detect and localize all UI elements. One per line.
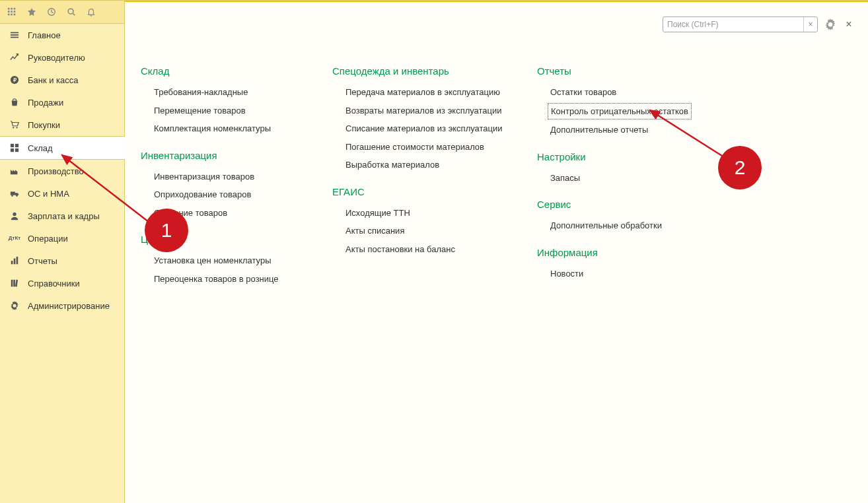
svg-rect-0 — [8, 8, 10, 10]
svg-rect-6 — [8, 14, 10, 16]
column-3: Отчеты Остатки товаров Контроль отрицате… — [537, 60, 702, 300]
sidebar-item-label: Производство — [28, 166, 84, 176]
link-writeoff-acts[interactable]: Акты списания — [332, 222, 511, 240]
section-title-egais[interactable]: ЕГАИС — [332, 186, 511, 197]
section-title-inventory[interactable]: Инвентаризация — [141, 150, 306, 161]
bag-icon — [9, 97, 20, 108]
sidebar-item-label: Склад — [28, 143, 53, 153]
person-icon — [9, 211, 20, 221]
sidebar-item-label: Покупки — [28, 120, 60, 130]
sidebar-item-sales[interactable]: Продажи — [0, 91, 124, 114]
sidebar-item-operations[interactable]: ДтКт Операции — [0, 227, 124, 250]
svg-rect-20 — [11, 149, 14, 152]
link-inventory-goods[interactable]: Инвентаризация товаров — [141, 168, 306, 186]
section-title-info[interactable]: Информация — [537, 247, 702, 258]
sidebar-item-label: Банк и касса — [28, 75, 79, 85]
sidebar-item-label: Администрирование — [28, 301, 110, 311]
section-settings: Настройки Запасы — [537, 151, 702, 187]
section-egais: ЕГАИС Исходящие ТТН Акты списания Акты п… — [332, 186, 511, 259]
clear-search-icon[interactable]: × — [803, 17, 817, 32]
link-receipt-goods[interactable]: Оприходование товаров — [141, 185, 306, 204]
svg-point-25 — [13, 213, 16, 216]
search-input[interactable] — [663, 17, 803, 32]
link-output-materials[interactable]: Выработка материалов — [332, 156, 511, 174]
svg-rect-5 — [14, 11, 16, 13]
section-service: Сервис Дополнительные обработки — [537, 199, 702, 235]
sidebar-item-label: Зарплата и кадры — [28, 211, 100, 221]
section-workwear: Спецодежда и инвентарь Передача материал… — [332, 65, 511, 174]
annotation-circle-1: 1 — [145, 209, 188, 252]
sidebar-item-manager[interactable]: Руководителю — [0, 46, 124, 69]
sidebar-item-warehouse[interactable]: Склад — [0, 136, 125, 160]
sidebar-item-admin[interactable]: Администрирование — [0, 294, 124, 317]
link-requirements[interactable]: Требования-накладные — [141, 83, 306, 102]
link-news[interactable]: Новости — [537, 265, 702, 283]
link-set-prices[interactable]: Установка цен номенклатуры — [141, 252, 306, 270]
svg-rect-28 — [17, 257, 18, 264]
sidebar-item-main[interactable]: Главное — [0, 24, 124, 46]
svg-rect-1 — [11, 8, 13, 10]
sidebar-item-production[interactable]: Производство — [0, 160, 124, 182]
svg-rect-31 — [15, 280, 18, 287]
apps-icon[interactable] — [7, 7, 17, 17]
svg-rect-3 — [8, 11, 10, 13]
section-title-service[interactable]: Сервис — [537, 199, 702, 210]
section-title-warehouse[interactable]: Склад — [141, 65, 306, 77]
sidebar-item-purchases[interactable]: Покупки — [0, 114, 124, 136]
svg-rect-8 — [14, 14, 16, 16]
svg-point-23 — [11, 195, 13, 197]
svg-point-24 — [16, 195, 18, 197]
link-revaluation[interactable]: Переоценка товаров в рознице — [141, 270, 306, 288]
svg-rect-7 — [11, 14, 13, 16]
cart-icon — [9, 119, 20, 130]
sidebar-item-catalogs[interactable]: Справочники — [0, 272, 124, 294]
link-balance-acts[interactable]: Акты постановки на баланс — [332, 240, 511, 259]
star-icon[interactable] — [26, 7, 37, 17]
section-warehouse: Склад Требования-накладные Перемещение т… — [141, 65, 306, 138]
gear-icon — [9, 300, 20, 311]
link-move-goods[interactable]: Перемещение товаров — [141, 102, 306, 120]
link-kit[interactable]: Комплектация номенклатуры — [141, 119, 306, 138]
svg-rect-27 — [14, 259, 16, 265]
link-stock-balance[interactable]: Остатки товаров — [537, 83, 702, 102]
truck-icon — [9, 188, 20, 199]
link-writeoff-materials[interactable]: Списание материалов из эксплуатации — [332, 119, 511, 138]
sidebar-item-label: Отчеты — [28, 256, 57, 266]
menu-icon — [9, 30, 20, 40]
column-2: Спецодежда и инвентарь Передача материал… — [332, 60, 511, 300]
section-title-reports[interactable]: Отчеты — [537, 65, 702, 77]
sidebar-item-reports[interactable]: Отчеты — [0, 250, 124, 272]
close-panel-icon[interactable]: × — [843, 18, 855, 30]
sidebar-item-hr[interactable]: Зарплата и кадры — [0, 205, 124, 227]
svg-rect-19 — [15, 144, 18, 147]
link-amortize-materials[interactable]: Погашение стоимости материалов — [332, 138, 511, 156]
sidebar: Главное Руководителю ₽ Банк и касса Прод… — [0, 1, 125, 503]
section-title-settings[interactable]: Настройки — [537, 151, 702, 162]
link-extra-proc[interactable]: Дополнительные обработки — [537, 217, 702, 235]
svg-rect-2 — [14, 8, 16, 10]
link-outgoing-ttn[interactable]: Исходящие ТТН — [332, 204, 511, 222]
link-negative-control[interactable]: Контроль отрицательных остатков — [548, 103, 692, 120]
svg-point-16 — [13, 127, 14, 128]
sidebar-item-bank[interactable]: ₽ Банк и касса — [0, 69, 124, 91]
svg-rect-29 — [11, 280, 13, 287]
sidebar-item-label: Операции — [28, 234, 68, 244]
section-title-workwear[interactable]: Спецодежда и инвентарь — [332, 65, 511, 77]
annotation-circle-2: 2 — [718, 146, 762, 189]
sidebar-item-assets[interactable]: ОС и НМА — [0, 182, 124, 205]
link-stocks[interactable]: Запасы — [537, 169, 702, 187]
svg-text:₽: ₽ — [13, 77, 17, 83]
sidebar-item-label: ОС и НМА — [28, 189, 69, 199]
link-extra-reports[interactable]: Дополнительные отчеты — [537, 121, 702, 139]
link-return-materials[interactable]: Возвраты материалов из эксплуатации — [332, 102, 511, 120]
search-icon[interactable] — [66, 7, 77, 17]
svg-rect-22 — [11, 191, 15, 195]
bell-icon[interactable] — [86, 7, 96, 17]
svg-rect-13 — [11, 37, 18, 38]
sidebar-toolbar — [0, 1, 124, 24]
app-root: Главное Руководителю ₽ Банк и касса Прод… — [0, 0, 868, 503]
books-icon — [9, 278, 20, 288]
history-icon[interactable] — [46, 7, 57, 17]
link-transfer-materials[interactable]: Передача материалов в эксплуатацию — [332, 83, 511, 102]
settings-icon[interactable] — [824, 18, 836, 30]
